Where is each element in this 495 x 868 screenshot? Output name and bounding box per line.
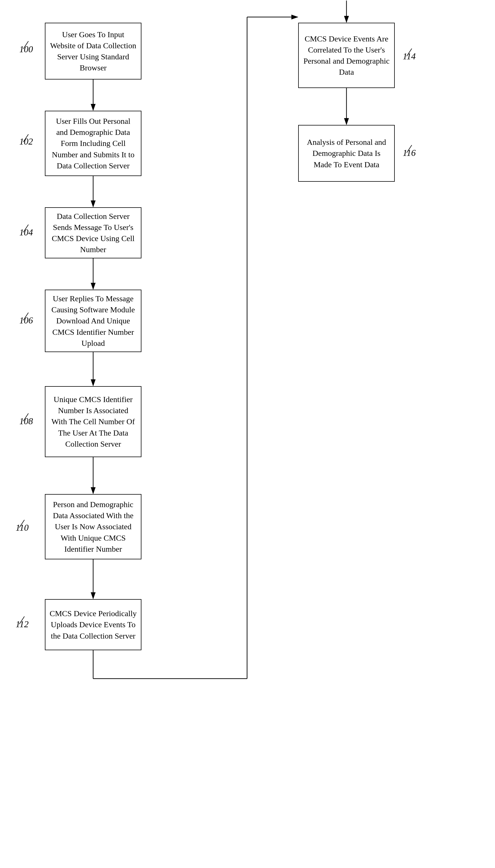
label-116: 116	[403, 147, 416, 158]
diagram-container: User Goes To Input Website of Data Colle…	[0, 0, 495, 868]
box-116-text: Analysis of Personal and Demographic Dat…	[303, 137, 390, 170]
label-106: 106	[19, 315, 33, 326]
box-108-text: Unique CMCS Identifier Number Is Associa…	[49, 394, 137, 450]
box-110: Person and Demographic Data Associated W…	[45, 494, 141, 559]
label-104: 104	[19, 227, 33, 238]
label-100: 100	[19, 44, 33, 54]
box-108: Unique CMCS Identifier Number Is Associa…	[45, 386, 141, 457]
box-106-text: User Replies To Message Causing Software…	[49, 293, 137, 349]
box-112-text: CMCS Device Periodically Uploads Device …	[49, 608, 137, 641]
box-116: Analysis of Personal and Demographic Dat…	[298, 125, 395, 182]
box-104-text: Data Collection Server Sends Message To …	[49, 211, 137, 255]
label-110: 110	[16, 522, 29, 533]
box-104: Data Collection Server Sends Message To …	[45, 207, 141, 258]
box-100-text: User Goes To Input Website of Data Colle…	[49, 29, 137, 73]
box-114: CMCS Device Events Are Correlated To the…	[298, 23, 395, 88]
box-100: User Goes To Input Website of Data Colle…	[45, 23, 141, 80]
box-102: User Fills Out Personal and Demographic …	[45, 111, 141, 176]
box-110-text: Person and Demographic Data Associated W…	[49, 499, 137, 555]
label-114: 114	[403, 51, 416, 62]
box-112: CMCS Device Periodically Uploads Device …	[45, 599, 141, 650]
label-102: 102	[19, 136, 33, 147]
box-114-text: CMCS Device Events Are Correlated To the…	[303, 33, 390, 78]
box-102-text: User Fills Out Personal and Demographic …	[49, 116, 137, 171]
label-108: 108	[19, 416, 33, 427]
label-112: 112	[16, 619, 29, 629]
box-106: User Replies To Message Causing Software…	[45, 290, 141, 352]
